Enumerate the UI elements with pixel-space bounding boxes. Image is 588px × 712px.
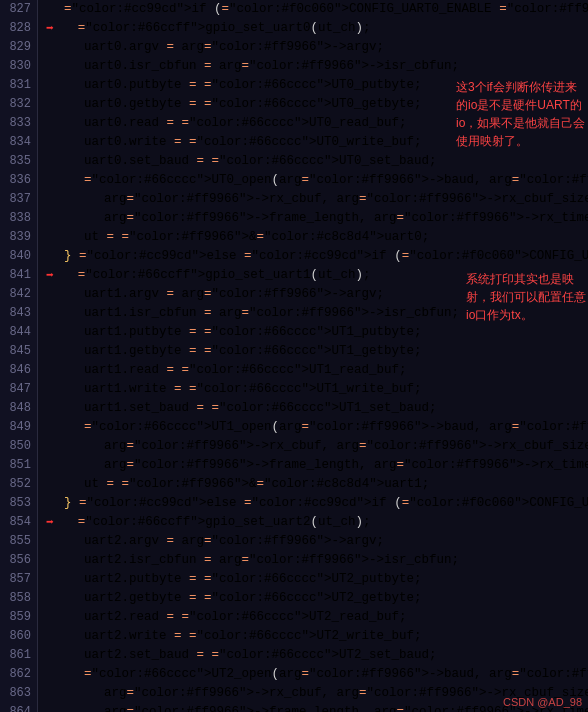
code-line: uart2.getbyte = ="color:#66cccc">UT2_get… <box>46 589 588 608</box>
line-number: 847 <box>0 380 37 399</box>
line-number: 849 <box>0 418 37 437</box>
line-content: uart2.putbyte = ="color:#66cccc">UT2_put… <box>64 570 422 589</box>
code-line: arg="color:#ff9966">->rx_cbuf, arg="colo… <box>46 190 588 209</box>
code-line: uart1.read = ="color:#66cccc">UT1_read_b… <box>46 361 588 380</box>
line-content: uart1.putbyte = ="color:#66cccc">UT1_put… <box>64 323 422 342</box>
line-number: 833 <box>0 114 37 133</box>
code-line: uart1.write = ="color:#66cccc">UT1_write… <box>46 380 588 399</box>
line-number: 842 <box>0 285 37 304</box>
code-area: ="color:#cc99cd">if (="color:#f0c060">CO… <box>38 0 588 712</box>
code-line: uart1.set_baud = ="color:#66cccc">UT1_se… <box>46 399 588 418</box>
line-number: 848 <box>0 399 37 418</box>
code-line: ut = ="color:#ff9966">&="color:#c8c8d4">… <box>46 475 588 494</box>
line-number: 844 <box>0 323 37 342</box>
line-content: } ="color:#cc99cd">else ="color:#cc99cd"… <box>64 247 588 266</box>
line-content: ut = ="color:#ff9966">&="color:#c8c8d4">… <box>64 475 429 494</box>
code-line: ➡="color:#66ccff">gpio_set_uart2(ut_ch); <box>46 513 588 532</box>
code-line: uart1.putbyte = ="color:#66cccc">UT1_put… <box>46 323 588 342</box>
line-content: uart1.getbyte = ="color:#66cccc">UT1_get… <box>64 342 422 361</box>
line-content: uart0.isr_cbfun = arg="color:#ff9966">->… <box>64 57 459 76</box>
line-content: uart2.isr_cbfun = arg="color:#ff9966">->… <box>64 551 459 570</box>
line-number: 829 <box>0 38 37 57</box>
line-content: uart0.read = ="color:#66cccc">UT0_read_b… <box>64 114 407 133</box>
code-line: ="color:#66cccc">UT2_open(arg="color:#ff… <box>46 665 588 684</box>
code-line: uart0.write = ="color:#66cccc">UT0_write… <box>46 133 588 152</box>
code-line: uart2.isr_cbfun = arg="color:#ff9966">->… <box>46 551 588 570</box>
code-line: } ="color:#cc99cd">else ="color:#cc99cd"… <box>46 247 588 266</box>
line-content: ="color:#66cccc">UT1_open(arg="color:#ff… <box>64 418 588 437</box>
code-line: ➡="color:#66ccff">gpio_set_uart1(ut_ch); <box>46 266 588 285</box>
line-content: uart2.set_baud = ="color:#66cccc">UT2_se… <box>64 646 437 665</box>
line-number: 845 <box>0 342 37 361</box>
line-number: 864 <box>0 703 37 712</box>
code-line: uart2.argv = arg="color:#ff9966">->argv; <box>46 532 588 551</box>
line-content: uart2.write = ="color:#66cccc">UT2_write… <box>64 627 422 646</box>
code-line: arg="color:#ff9966">->rx_cbuf, arg="colo… <box>46 437 588 456</box>
line-number: 838 <box>0 209 37 228</box>
arrow-icon: ➡ <box>46 513 54 532</box>
line-number: 846 <box>0 361 37 380</box>
code-line: uart1.getbyte = ="color:#66cccc">UT1_get… <box>46 342 588 361</box>
line-content: uart0.argv = arg="color:#ff9966">->argv; <box>64 38 384 57</box>
line-number: 853 <box>0 494 37 513</box>
arrow-icon: ➡ <box>46 19 54 38</box>
line-content: ="color:#66cccc">UT2_open(arg="color:#ff… <box>64 665 588 684</box>
code-line: uart0.isr_cbfun = arg="color:#ff9966">->… <box>46 57 588 76</box>
line-number: 863 <box>0 684 37 703</box>
code-line: uart2.putbyte = ="color:#66cccc">UT2_put… <box>46 570 588 589</box>
code-line: uart2.read = ="color:#66cccc">UT2_read_b… <box>46 608 588 627</box>
code-line: ="color:#66cccc">UT1_open(arg="color:#ff… <box>46 418 588 437</box>
line-content: ="color:#cc99cd">if (="color:#f0c060">CO… <box>64 0 588 19</box>
line-number: 855 <box>0 532 37 551</box>
line-number: 851 <box>0 456 37 475</box>
line-content: ="color:#66ccff">gpio_set_uart1(ut_ch); <box>58 266 371 285</box>
watermark: CSDN @AD_98 <box>503 696 582 708</box>
line-content: ="color:#66cccc">UT0_open(arg="color:#ff… <box>64 171 588 190</box>
code-container: 8278288298308318328338348358368378388398… <box>0 0 588 712</box>
code-line: arg="color:#ff9966">->frame_length, arg=… <box>46 456 588 475</box>
line-number: 850 <box>0 437 37 456</box>
code-line: uart2.set_baud = ="color:#66cccc">UT2_se… <box>46 646 588 665</box>
line-number: 859 <box>0 608 37 627</box>
line-content: uart1.isr_cbfun = arg="color:#ff9966">->… <box>64 304 459 323</box>
code-line: } ="color:#cc99cd">else ="color:#cc99cd"… <box>46 494 588 513</box>
code-line: uart0.argv = arg="color:#ff9966">->argv; <box>46 38 588 57</box>
line-content: uart0.putbyte = ="color:#66cccc">UT0_put… <box>64 76 422 95</box>
line-content: uart0.getbyte = ="color:#66cccc">UT0_get… <box>64 95 422 114</box>
line-number: 837 <box>0 190 37 209</box>
line-number: 828 <box>0 19 37 38</box>
code-line: arg="color:#ff9966">->frame_length, arg=… <box>46 209 588 228</box>
line-number: 857 <box>0 570 37 589</box>
line-number: 836 <box>0 171 37 190</box>
line-content: } ="color:#cc99cd">else ="color:#cc99cd"… <box>64 494 588 513</box>
line-number: 831 <box>0 76 37 95</box>
line-content: uart1.argv = arg="color:#ff9966">->argv; <box>64 285 384 304</box>
code-line: ➡="color:#66ccff">gpio_set_uart0(ut_ch); <box>46 19 588 38</box>
line-content: uart0.write = ="color:#66cccc">UT0_write… <box>64 133 422 152</box>
line-number: 832 <box>0 95 37 114</box>
code-line: uart0.putbyte = ="color:#66cccc">UT0_put… <box>46 76 588 95</box>
code-line: uart2.write = ="color:#66cccc">UT2_write… <box>46 627 588 646</box>
line-content: ="color:#66ccff">gpio_set_uart2(ut_ch); <box>58 513 371 532</box>
line-content: uart1.set_baud = ="color:#66cccc">UT1_se… <box>64 399 437 418</box>
line-number: 861 <box>0 646 37 665</box>
code-line: uart1.argv = arg="color:#ff9966">->argv; <box>46 285 588 304</box>
arrow-icon: ➡ <box>46 266 54 285</box>
line-content: arg="color:#ff9966">->frame_length, arg=… <box>64 209 588 228</box>
line-content: uart0.set_baud = ="color:#66cccc">UT0_se… <box>64 152 437 171</box>
code-line: uart0.set_baud = ="color:#66cccc">UT0_se… <box>46 152 588 171</box>
code-line: ="color:#cc99cd">if (="color:#f0c060">CO… <box>46 0 588 19</box>
line-number: 858 <box>0 589 37 608</box>
line-content: arg="color:#ff9966">->rx_cbuf, arg="colo… <box>64 437 588 456</box>
line-number: 852 <box>0 475 37 494</box>
line-content: arg="color:#ff9966">->frame_length, arg=… <box>64 456 588 475</box>
line-number: 862 <box>0 665 37 684</box>
code-line: uart0.read = ="color:#66cccc">UT0_read_b… <box>46 114 588 133</box>
line-number: 835 <box>0 152 37 171</box>
line-content: arg="color:#ff9966">->rx_cbuf, arg="colo… <box>64 190 588 209</box>
line-content: uart2.argv = arg="color:#ff9966">->argv; <box>64 532 384 551</box>
line-number: 854 <box>0 513 37 532</box>
line-content: ut = ="color:#ff9966">&="color:#c8c8d4">… <box>64 228 429 247</box>
code-line: uart1.isr_cbfun = arg="color:#ff9966">->… <box>46 304 588 323</box>
line-numbers: 8278288298308318328338348358368378388398… <box>0 0 38 712</box>
